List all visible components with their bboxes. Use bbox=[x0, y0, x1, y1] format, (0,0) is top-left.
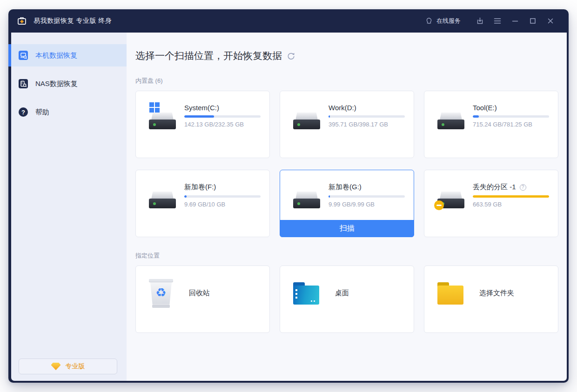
sidebar-item-help[interactable]: ? 帮助 bbox=[11, 101, 127, 123]
drive-card[interactable]: 新加卷(G:)9.99 GB/9.99 GB扫描 bbox=[280, 170, 414, 237]
scan-button[interactable]: 扫描 bbox=[280, 220, 414, 237]
select-folder-icon bbox=[437, 282, 463, 305]
desktop-folder-icon bbox=[293, 282, 319, 305]
recycle-bin-icon: ♻ bbox=[149, 279, 173, 308]
main-panel: 选择一个扫描位置，开始恢复数据 内置盘 (6) System(C:)142.13… bbox=[127, 33, 567, 381]
titlebar: 易我数据恢复 专业版 终身 在线服务 bbox=[8, 9, 569, 33]
drive-size: 715.24 GB/781.25 GB bbox=[473, 121, 550, 128]
capacity-bar bbox=[473, 195, 549, 198]
sidebar-item-nas-recovery[interactable]: NAS数据恢复 bbox=[11, 73, 127, 95]
sidebar-item-local-recovery[interactable]: 本机数据恢复 bbox=[11, 44, 127, 66]
minimize-icon bbox=[512, 18, 518, 24]
drive-card[interactable]: Work(D:)395.71 GB/398.17 GB bbox=[280, 91, 414, 158]
export-log-button[interactable] bbox=[471, 14, 489, 28]
drive-name: 新加卷(F:) bbox=[184, 183, 216, 192]
capacity-bar bbox=[329, 195, 405, 198]
hard-drive-icon bbox=[149, 181, 176, 209]
drive-size: 663.59 GB bbox=[473, 201, 550, 208]
sidebar: 本机数据恢复 NAS数据恢复 ? 帮助 专业版 bbox=[11, 33, 127, 381]
location-card[interactable]: 桌面 bbox=[280, 266, 414, 333]
capacity-bar bbox=[184, 115, 261, 118]
section-label-locations: 指定位置 bbox=[135, 252, 558, 260]
location-label: 选择文件夹 bbox=[479, 289, 514, 298]
internal-disks-grid: System(C:)142.13 GB/232.35 GBWork(D:)395… bbox=[135, 91, 558, 237]
drive-card[interactable]: Tool(E:)715.24 GB/781.25 GB bbox=[424, 91, 558, 158]
sidebar-item-label: NAS数据恢复 bbox=[35, 80, 78, 88]
locations-grid: ♻回收站桌面选择文件夹 bbox=[135, 266, 558, 333]
download-icon bbox=[476, 17, 484, 25]
hard-drive-icon bbox=[149, 102, 176, 130]
location-label: 桌面 bbox=[335, 289, 349, 298]
app-window: 易我数据恢复 专业版 终身 在线服务 bbox=[8, 9, 569, 383]
online-service-button[interactable]: 在线服务 bbox=[425, 17, 461, 25]
hard-drive-icon bbox=[293, 181, 320, 209]
hard-drive-icon bbox=[437, 102, 464, 130]
refresh-icon bbox=[287, 52, 295, 61]
hard-drive-icon bbox=[293, 102, 320, 130]
location-card[interactable]: 选择文件夹 bbox=[424, 266, 558, 333]
refresh-button[interactable] bbox=[287, 52, 295, 61]
drive-name: Work(D:) bbox=[329, 104, 356, 112]
hamburger-icon bbox=[494, 18, 501, 24]
capacity-bar bbox=[329, 115, 405, 118]
drive-card[interactable]: 新加卷(F:)9.69 GB/10 GB bbox=[135, 170, 270, 237]
edition-label: 专业版 bbox=[66, 362, 85, 371]
drive-size: 9.99 GB/9.99 GB bbox=[329, 201, 405, 208]
gem-icon bbox=[51, 363, 61, 370]
nas-recovery-icon bbox=[19, 79, 28, 88]
drive-size: 395.71 GB/398.17 GB bbox=[329, 121, 405, 128]
drive-name: 丢失的分区 -1 bbox=[473, 183, 516, 192]
online-service-label: 在线服务 bbox=[436, 17, 461, 25]
page-title: 选择一个扫描位置，开始恢复数据 bbox=[135, 49, 282, 62]
edition-button[interactable]: 专业版 bbox=[19, 359, 117, 374]
sidebar-item-label: 帮助 bbox=[35, 108, 49, 117]
drive-card[interactable]: 丢失的分区 -1?663.59 GB bbox=[424, 170, 558, 237]
close-icon bbox=[547, 18, 554, 24]
help-icon: ? bbox=[19, 107, 28, 117]
drive-size: 9.69 GB/10 GB bbox=[184, 201, 261, 208]
section-label-internal-disks: 内置盘 (6) bbox=[135, 77, 558, 85]
sidebar-item-label: 本机数据恢复 bbox=[35, 51, 77, 60]
app-logo-icon bbox=[17, 16, 27, 26]
minimize-button[interactable] bbox=[506, 14, 524, 28]
drive-name: System(C:) bbox=[184, 104, 219, 112]
window-title: 易我数据恢复 专业版 终身 bbox=[34, 17, 112, 25]
capacity-bar bbox=[473, 115, 549, 118]
support-icon bbox=[425, 17, 433, 25]
drive-name: 新加卷(G:) bbox=[329, 183, 362, 192]
drive-size: 142.13 GB/232.35 GB bbox=[184, 121, 261, 128]
hard-drive-icon bbox=[437, 181, 464, 209]
close-button[interactable] bbox=[542, 14, 559, 28]
location-card[interactable]: ♻回收站 bbox=[135, 266, 270, 333]
lost-partition-badge-icon bbox=[434, 200, 444, 210]
menu-button[interactable] bbox=[489, 14, 506, 28]
maximize-button[interactable] bbox=[524, 14, 542, 28]
capacity-bar bbox=[184, 195, 261, 198]
maximize-icon bbox=[530, 18, 536, 24]
windows-logo-icon bbox=[149, 102, 160, 113]
help-circle-icon[interactable]: ? bbox=[520, 184, 526, 191]
local-recovery-icon bbox=[19, 51, 28, 60]
drive-card[interactable]: System(C:)142.13 GB/232.35 GB bbox=[135, 91, 270, 158]
drive-name: Tool(E:) bbox=[473, 104, 497, 112]
location-label: 回收站 bbox=[189, 289, 210, 298]
